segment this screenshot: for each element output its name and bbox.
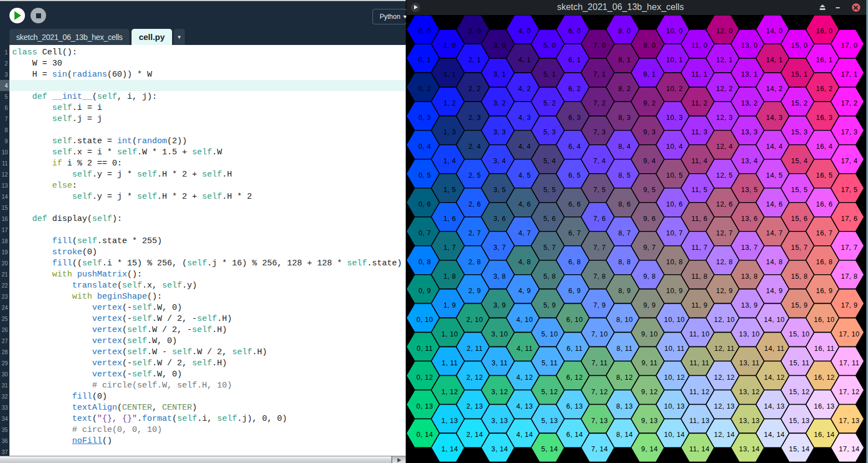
svg-text:9, 6: 9, 6 bbox=[643, 215, 656, 223]
svg-text:8, 14: 8, 14 bbox=[616, 431, 633, 439]
svg-text:0, 7: 0, 7 bbox=[418, 229, 431, 237]
svg-text:17, 6: 17, 6 bbox=[841, 215, 857, 223]
svg-text:8, 11: 8, 11 bbox=[617, 345, 633, 353]
svg-text:13, 2: 13, 2 bbox=[741, 99, 758, 107]
svg-text:17, 11: 17, 11 bbox=[839, 359, 860, 367]
svg-text:9, 1: 9, 1 bbox=[643, 71, 656, 78]
svg-text:16, 4: 16, 4 bbox=[816, 143, 832, 150]
svg-text:8, 1: 8, 1 bbox=[618, 56, 631, 64]
svg-text:4, 2: 4, 2 bbox=[518, 85, 531, 93]
svg-text:15, 6: 15, 6 bbox=[791, 215, 808, 223]
svg-text:12, 3: 12, 3 bbox=[716, 114, 733, 122]
svg-text:4, 10: 4, 10 bbox=[516, 316, 533, 324]
svg-text:5, 13: 5, 13 bbox=[541, 417, 558, 425]
svg-text:1, 4: 1, 4 bbox=[443, 157, 456, 165]
svg-text:15, 14: 15, 14 bbox=[789, 445, 810, 453]
svg-text:15, 12: 15, 12 bbox=[789, 388, 810, 396]
svg-text:7, 10: 7, 10 bbox=[591, 330, 608, 338]
svg-text:5, 5: 5, 5 bbox=[543, 186, 556, 194]
svg-text:16, 3: 16, 3 bbox=[816, 114, 832, 122]
svg-text:9, 9: 9, 9 bbox=[643, 301, 656, 309]
svg-text:13, 13: 13, 13 bbox=[739, 417, 760, 425]
svg-text:0, 2: 0, 2 bbox=[418, 85, 431, 93]
svg-text:10, 5: 10, 5 bbox=[666, 172, 683, 179]
svg-text:7, 14: 7, 14 bbox=[591, 445, 608, 453]
svg-text:2, 5: 2, 5 bbox=[468, 172, 481, 179]
svg-text:16, 11: 16, 11 bbox=[814, 345, 835, 353]
svg-text:0, 12: 0, 12 bbox=[416, 374, 433, 381]
svg-text:1, 10: 1, 10 bbox=[441, 330, 458, 338]
svg-text:17, 2: 17, 2 bbox=[841, 99, 857, 107]
svg-text:2, 6: 2, 6 bbox=[468, 200, 481, 208]
svg-text:8, 13: 8, 13 bbox=[616, 402, 633, 410]
svg-text:8, 6: 8, 6 bbox=[618, 200, 631, 208]
svg-text:11, 3: 11, 3 bbox=[692, 128, 708, 136]
svg-text:1, 9: 1, 9 bbox=[443, 301, 456, 309]
svg-text:17, 12: 17, 12 bbox=[839, 388, 860, 396]
svg-text:7, 8: 7, 8 bbox=[593, 273, 606, 280]
svg-text:12, 1: 12, 1 bbox=[716, 56, 733, 64]
svg-text:7, 7: 7, 7 bbox=[593, 244, 606, 251]
svg-text:1, 11: 1, 11 bbox=[442, 359, 458, 367]
svg-text:11, 4: 11, 4 bbox=[692, 157, 708, 165]
svg-text:0, 11: 0, 11 bbox=[417, 345, 433, 353]
svg-text:4, 7: 4, 7 bbox=[518, 229, 531, 237]
svg-text:10, 0: 10, 0 bbox=[666, 27, 683, 35]
svg-text:3, 7: 3, 7 bbox=[493, 244, 506, 251]
svg-text:17, 3: 17, 3 bbox=[841, 128, 857, 136]
svg-text:9, 14: 9, 14 bbox=[641, 445, 658, 453]
svg-text:11, 12: 11, 12 bbox=[689, 388, 710, 396]
svg-text:3, 3: 3, 3 bbox=[493, 128, 506, 136]
svg-text:12, 5: 12, 5 bbox=[716, 172, 733, 179]
svg-text:12, 12: 12, 12 bbox=[714, 374, 735, 381]
svg-text:12, 9: 12, 9 bbox=[716, 287, 733, 295]
svg-text:13, 1: 13, 1 bbox=[741, 71, 758, 78]
svg-text:13, 9: 13, 9 bbox=[741, 301, 758, 309]
svg-text:13, 0: 13, 0 bbox=[741, 42, 758, 49]
svg-text:17, 1: 17, 1 bbox=[841, 71, 857, 78]
svg-text:11, 0: 11, 0 bbox=[692, 42, 708, 49]
svg-text:6, 7: 6, 7 bbox=[568, 229, 581, 237]
svg-text:2, 14: 2, 14 bbox=[466, 431, 483, 439]
svg-text:6, 1: 6, 1 bbox=[568, 56, 581, 64]
svg-text:3, 12: 3, 12 bbox=[491, 388, 508, 396]
svg-text:13, 12: 13, 12 bbox=[739, 388, 760, 396]
svg-text:3, 13: 3, 13 bbox=[491, 417, 508, 425]
svg-text:15, 5: 15, 5 bbox=[791, 186, 808, 194]
svg-text:10, 7: 10, 7 bbox=[666, 229, 683, 237]
svg-text:9, 10: 9, 10 bbox=[641, 330, 658, 338]
svg-text:16, 12: 16, 12 bbox=[814, 374, 835, 381]
svg-text:1, 7: 1, 7 bbox=[443, 244, 456, 251]
svg-text:15, 13: 15, 13 bbox=[789, 417, 810, 425]
svg-text:6, 2: 6, 2 bbox=[568, 85, 581, 93]
svg-text:7, 6: 7, 6 bbox=[593, 215, 606, 223]
svg-text:17, 14: 17, 14 bbox=[839, 445, 860, 453]
svg-text:5, 2: 5, 2 bbox=[543, 99, 556, 107]
svg-text:11, 8: 11, 8 bbox=[692, 273, 708, 280]
svg-text:10, 2: 10, 2 bbox=[666, 85, 683, 93]
svg-text:5, 4: 5, 4 bbox=[543, 157, 556, 165]
svg-text:5, 1: 5, 1 bbox=[543, 71, 556, 78]
svg-text:6, 4: 6, 4 bbox=[568, 143, 581, 150]
svg-text:11, 11: 11, 11 bbox=[689, 359, 709, 367]
svg-text:3, 9: 3, 9 bbox=[493, 301, 506, 309]
svg-text:10, 14: 10, 14 bbox=[664, 431, 685, 439]
svg-text:1, 12: 1, 12 bbox=[441, 388, 458, 396]
svg-text:1, 0: 1, 0 bbox=[443, 42, 456, 49]
svg-text:14, 14: 14, 14 bbox=[764, 431, 785, 439]
svg-text:1, 1: 1, 1 bbox=[443, 71, 456, 78]
svg-text:2, 2: 2, 2 bbox=[468, 85, 481, 93]
svg-text:16, 5: 16, 5 bbox=[816, 172, 832, 179]
svg-text:5, 0: 5, 0 bbox=[543, 42, 556, 49]
svg-text:7, 9: 7, 9 bbox=[593, 301, 606, 309]
svg-text:11, 2: 11, 2 bbox=[692, 99, 708, 107]
svg-text:10, 13: 10, 13 bbox=[664, 402, 685, 410]
svg-text:16, 1: 16, 1 bbox=[816, 56, 832, 64]
svg-text:1, 3: 1, 3 bbox=[443, 128, 456, 136]
svg-text:12, 2: 12, 2 bbox=[716, 85, 733, 93]
svg-text:3, 10: 3, 10 bbox=[491, 330, 508, 338]
svg-text:9, 12: 9, 12 bbox=[641, 388, 658, 396]
svg-text:12, 11: 12, 11 bbox=[714, 345, 735, 353]
svg-text:10, 9: 10, 9 bbox=[666, 287, 683, 295]
svg-text:9, 2: 9, 2 bbox=[643, 99, 656, 107]
